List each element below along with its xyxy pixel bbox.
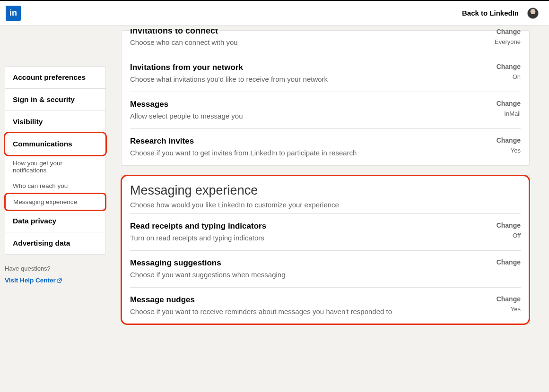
help-question: Have questions? (5, 265, 106, 272)
change-link[interactable]: Change (497, 258, 521, 266)
sidebar-item-advertising-data[interactable]: Advertising data (5, 232, 105, 254)
sidebar-item-visibility[interactable]: Visibility (5, 111, 105, 133)
back-to-linkedin-link[interactable]: Back to LinkedIn (462, 9, 519, 17)
setting-desc: Allow select people to message you (130, 111, 487, 121)
setting-left: Messages Allow select people to message … (130, 100, 497, 121)
setting-invitations-network[interactable]: Invitations from your network Choose wha… (130, 55, 521, 92)
setting-value: InMail (497, 110, 521, 117)
help-center-link[interactable]: Visit Help Center (5, 277, 62, 284)
setting-right: Change Off (497, 222, 521, 239)
setting-desc: Choose if you want to get invites from L… (130, 148, 487, 158)
setting-value: On (497, 73, 521, 80)
messaging-experience-card: Messaging experience Choose how would yo… (121, 175, 530, 324)
setting-title-partial: Invitations to connect (130, 29, 521, 37)
setting-right: Change On (497, 63, 521, 80)
setting-desc: Turn on read receipts and typing indicat… (130, 233, 487, 243)
setting-value: Everyone (495, 38, 521, 45)
setting-value: Yes (497, 147, 521, 154)
sidebar-item-communications[interactable]: Communications (5, 133, 105, 155)
change-link[interactable]: Change (497, 222, 521, 229)
setting-messages[interactable]: Messages Allow select people to message … (130, 92, 521, 128)
change-link[interactable]: Change (495, 28, 521, 35)
setting-right: Change InMail (497, 100, 521, 117)
setting-messaging-suggestions[interactable]: Messaging suggestions Choose if you want… (130, 250, 521, 287)
setting-desc: Choose who can connect with you (130, 37, 485, 47)
setting-message-nudges[interactable]: Message nudges Choose if you want to rec… (130, 287, 521, 324)
external-link-icon (57, 278, 62, 283)
setting-desc: Choose what invitations you'd like to re… (130, 74, 487, 84)
setting-title: Messaging suggestions (130, 258, 487, 268)
linkedin-logo[interactable]: in (6, 6, 21, 21)
topbar-right: Back to LinkedIn (462, 8, 539, 19)
setting-left: Message nudges Choose if you want to rec… (130, 295, 497, 316)
sidebar-subitem-notifications[interactable]: How you get your notifications (5, 155, 105, 178)
sidebar-nav: Account preferences Sign in & security V… (5, 66, 106, 255)
topbar: in Back to LinkedIn (0, 0, 549, 26)
setting-left: Read receipts and typing indicators Turn… (130, 222, 497, 243)
setting-read-receipts[interactable]: Read receipts and typing indicators Turn… (130, 213, 521, 250)
setting-right: Change Yes (497, 136, 521, 154)
sidebar-subitem-messaging-experience[interactable]: Messaging experience (5, 194, 105, 210)
setting-title: Invitations from your network (130, 63, 487, 72)
main-content: Invitations to connect Choose who can co… (121, 30, 530, 334)
setting-left: Choose who can connect with you (130, 37, 495, 47)
change-link[interactable]: Change (497, 136, 521, 144)
change-link[interactable]: Change (497, 295, 521, 303)
help-link-label: Visit Help Center (5, 277, 56, 284)
setting-desc: Choose if you want to receive reminders … (130, 307, 487, 316)
sidebar: Account preferences Sign in & security V… (5, 30, 106, 334)
setting-title: Messages (130, 100, 487, 109)
change-link[interactable]: Change (497, 100, 521, 107)
setting-value: Yes (497, 306, 521, 313)
sidebar-item-account-preferences[interactable]: Account preferences (5, 67, 105, 89)
sidebar-item-sign-in-security[interactable]: Sign in & security (5, 89, 105, 111)
section-subtitle: Choose how would you like LinkedIn to cu… (130, 201, 521, 209)
avatar[interactable] (527, 8, 539, 19)
setting-title: Message nudges (130, 295, 487, 305)
setting-left: Invitations from your network Choose wha… (130, 63, 497, 84)
reach-section-card: Invitations to connect Choose who can co… (121, 30, 530, 166)
section-header: Messaging experience Choose how would yo… (130, 176, 521, 213)
setting-value: Off (497, 232, 521, 239)
setting-title: Read receipts and typing indicators (130, 222, 487, 231)
setting-right: Change Everyone (495, 37, 521, 45)
change-link[interactable]: Change (497, 63, 521, 70)
setting-research-invites[interactable]: Research invites Choose if you want to g… (130, 128, 521, 165)
help-section: Have questions? Visit Help Center (5, 265, 106, 284)
setting-right: Change (497, 258, 521, 269)
setting-invitations-connect[interactable]: Choose who can connect with you Change E… (130, 37, 521, 55)
sidebar-subitems: How you get your notifications Who can r… (5, 155, 105, 210)
setting-left: Research invites Choose if you want to g… (130, 136, 497, 158)
sidebar-subitem-who-can-reach[interactable]: Who can reach you (5, 178, 105, 194)
sidebar-item-data-privacy[interactable]: Data privacy (5, 210, 105, 232)
section-title: Messaging experience (130, 183, 521, 198)
setting-title: Research invites (130, 136, 487, 146)
setting-left: Messaging suggestions Choose if you want… (130, 258, 497, 280)
setting-right: Change Yes (497, 295, 521, 313)
setting-desc: Choose if you want suggestions when mess… (130, 270, 487, 280)
